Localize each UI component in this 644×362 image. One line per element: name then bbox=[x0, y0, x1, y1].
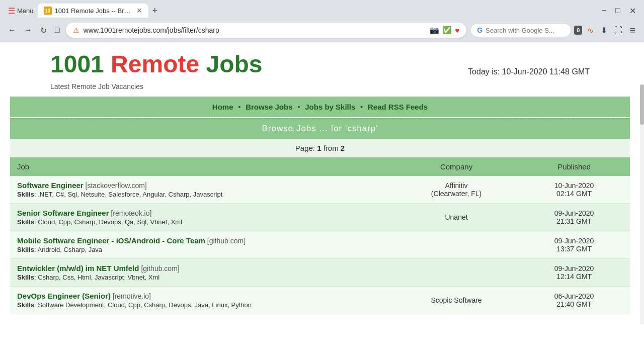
nav-browse-jobs[interactable]: Browse Jobs bbox=[246, 103, 292, 111]
job-title-link[interactable]: Mobile Software Engineer - iOS/Android -… bbox=[17, 236, 205, 245]
nav-bar: Home • Browse Jobs • Jobs by Skills • Re… bbox=[10, 97, 630, 117]
table-row: Mobile Software Engineer - iOS/Android -… bbox=[10, 231, 630, 259]
col-published: Published bbox=[518, 157, 630, 176]
browser-menu[interactable]: ☰ Menu bbox=[4, 6, 38, 16]
company-cell bbox=[394, 259, 518, 287]
page-total: 2 bbox=[341, 144, 345, 152]
title-1001: 1001 bbox=[50, 51, 104, 77]
job-skills: Skills: Android, Csharp, Java bbox=[17, 246, 387, 253]
nav-home[interactable]: Home bbox=[212, 103, 233, 111]
table-header-row: Job Company Published bbox=[10, 157, 630, 176]
col-company: Company bbox=[394, 157, 518, 176]
title-remote: Remote bbox=[104, 51, 199, 77]
table-row: Senior Software Engineer [remoteok.io] S… bbox=[10, 204, 630, 231]
table-row: DevOps Engineer (Senior) [remotive.io] S… bbox=[10, 287, 630, 314]
job-cell: DevOps Engineer (Senior) [remotive.io] S… bbox=[10, 287, 394, 314]
close-button[interactable]: ✕ bbox=[625, 4, 640, 18]
shield-icon: ✅ bbox=[442, 26, 452, 35]
job-cell: Mobile Software Engineer - iOS/Android -… bbox=[10, 231, 394, 259]
published-cell: 09-Jun-202021:31 GMT bbox=[518, 204, 630, 231]
job-cell: Senior Software Engineer [remoteok.io] S… bbox=[10, 204, 394, 231]
job-source: [remotive.io] bbox=[113, 292, 151, 300]
search-input[interactable]: Search with Google S... bbox=[486, 27, 554, 34]
rss-button[interactable]: ∿ bbox=[585, 24, 596, 37]
warning-icon: ⚠ bbox=[73, 26, 79, 34]
tab-favicon: 10 bbox=[44, 7, 52, 15]
col-job: Job bbox=[10, 157, 394, 176]
job-source: [stackoverflow.com] bbox=[86, 182, 147, 190]
sub-header-text: Browse Jobs ... for 'csharp' bbox=[262, 124, 378, 133]
job-cell: Entwickler (m/w/d) im NET Umfeld [github… bbox=[10, 259, 394, 287]
company-cell: Scopic Software bbox=[394, 287, 518, 314]
job-table: Job Company Published Software Engineer … bbox=[10, 157, 630, 314]
job-title-link[interactable]: Entwickler (m/w/d) im NET Umfeld bbox=[17, 264, 139, 273]
job-cell: Software Engineer [stackoverflow.com] Sk… bbox=[10, 176, 394, 204]
scrollbar-thumb[interactable] bbox=[640, 84, 644, 125]
published-cell: 09-Jun-202013:37 GMT bbox=[518, 231, 630, 259]
minimize-button[interactable]: − bbox=[598, 4, 610, 18]
company-cell: Affinitiv(Clearwater, FL) bbox=[394, 176, 518, 204]
table-row: Software Engineer [stackoverflow.com] Sk… bbox=[10, 176, 630, 204]
forward-button[interactable]: → bbox=[22, 24, 34, 37]
maximize-button[interactable]: □ bbox=[611, 4, 624, 18]
site-tagline: Latest Remote Job Vacancies bbox=[10, 82, 630, 90]
job-title-link[interactable]: DevOps Engineer (Senior) bbox=[17, 292, 111, 300]
tab-title: 1001 Remote Jobs -- Brow... bbox=[55, 7, 133, 15]
scrollbar[interactable] bbox=[640, 84, 644, 324]
nav-rss-feeds[interactable]: Read RSS Feeds bbox=[368, 103, 428, 111]
new-tab-button[interactable]: + bbox=[148, 4, 162, 18]
job-skills: Skills: Cloud, Cpp, Csharp, Devops, Qa, … bbox=[17, 218, 387, 226]
table-row: Entwickler (m/w/d) im NET Umfeld [github… bbox=[10, 259, 630, 287]
page-label: Page: bbox=[295, 144, 317, 152]
published-cell: 06-Jun-202021:40 GMT bbox=[518, 287, 630, 314]
pagination: Page: 1 from 2 bbox=[10, 139, 630, 157]
google-search-box[interactable]: G Search with Google S... bbox=[470, 23, 571, 37]
tab-close-icon[interactable]: ✕ bbox=[136, 7, 142, 15]
job-skills: Skills: Software Development, Cloud, Cpp… bbox=[17, 301, 387, 309]
camera-icon[interactable]: 📷 bbox=[430, 26, 439, 35]
nav-sep-1: • bbox=[238, 103, 243, 111]
sub-header: Browse Jobs ... for 'csharp' bbox=[10, 118, 630, 139]
active-tab[interactable]: 10 1001 Remote Jobs -- Brow... ✕ bbox=[38, 4, 148, 18]
page-from: from bbox=[321, 144, 341, 152]
reload-button[interactable]: ↻ bbox=[38, 24, 49, 37]
back-button[interactable]: ← bbox=[6, 24, 18, 37]
job-source: [github.com] bbox=[207, 237, 246, 245]
published-cell: 09-Jun-202012:14 GMT bbox=[518, 259, 630, 287]
job-source: [github.com] bbox=[141, 264, 179, 273]
more-button[interactable]: ≡ bbox=[627, 23, 638, 38]
address-bar-field[interactable]: ⚠ www.1001remotejobs.com/jobs/filter/csh… bbox=[66, 23, 467, 38]
title-jobs: Jobs bbox=[199, 51, 262, 77]
nav-sep-2: • bbox=[297, 103, 302, 111]
job-title-link[interactable]: Senior Software Engineer bbox=[17, 209, 109, 217]
job-skills: Skills: Csharp, Css, Html, Javascript, V… bbox=[17, 274, 387, 281]
job-source: [remoteok.io] bbox=[111, 209, 151, 217]
nav-sep-3: • bbox=[360, 103, 365, 111]
job-skills: Skills: .NET, C#, Sql, Netsuite, Salesfo… bbox=[17, 191, 387, 198]
google-g-icon: G bbox=[477, 26, 482, 34]
tab-overview-button[interactable]: □ bbox=[53, 24, 62, 37]
screen-button[interactable]: ⛶ bbox=[612, 24, 624, 37]
bookmark-icon[interactable]: ♥ bbox=[455, 26, 459, 35]
company-cell: Unanet bbox=[394, 204, 518, 231]
site-title: 1001 Remote Jobs bbox=[50, 52, 263, 76]
address-text: www.1001remotejobs.com/jobs/filter/cshar… bbox=[84, 26, 426, 34]
site-date: Today is: 10-Jun-2020 11:48 GMT bbox=[468, 67, 590, 76]
blocked-content-button[interactable]: 0 bbox=[574, 26, 582, 35]
published-cell: 10-Jun-202002:14 GMT bbox=[518, 176, 630, 204]
menu-label: Menu bbox=[17, 7, 34, 15]
download-button[interactable]: ⬇ bbox=[599, 24, 609, 37]
company-cell bbox=[394, 231, 518, 259]
page-current: 1 bbox=[317, 144, 321, 152]
menu-icon: ☰ bbox=[8, 6, 15, 16]
job-title-link[interactable]: Software Engineer bbox=[17, 181, 84, 190]
nav-jobs-by-skills[interactable]: Jobs by Skills bbox=[305, 103, 355, 111]
